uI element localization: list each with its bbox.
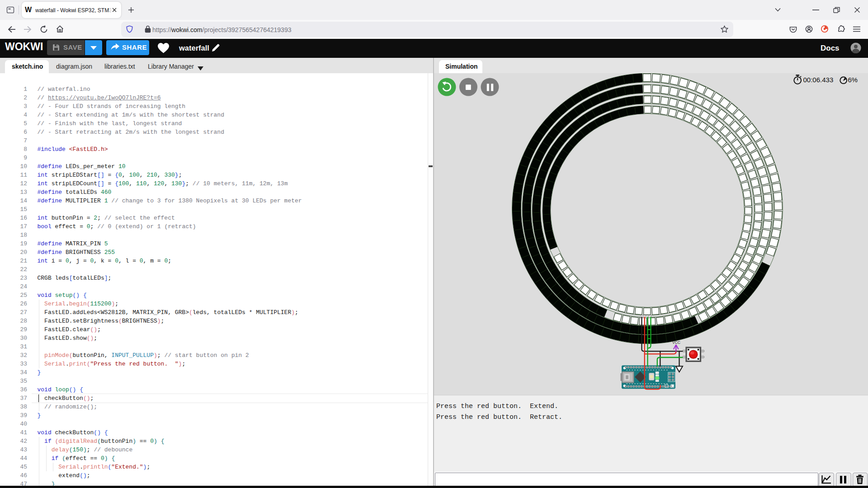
svg-text:VCC: VCC bbox=[672, 340, 680, 345]
